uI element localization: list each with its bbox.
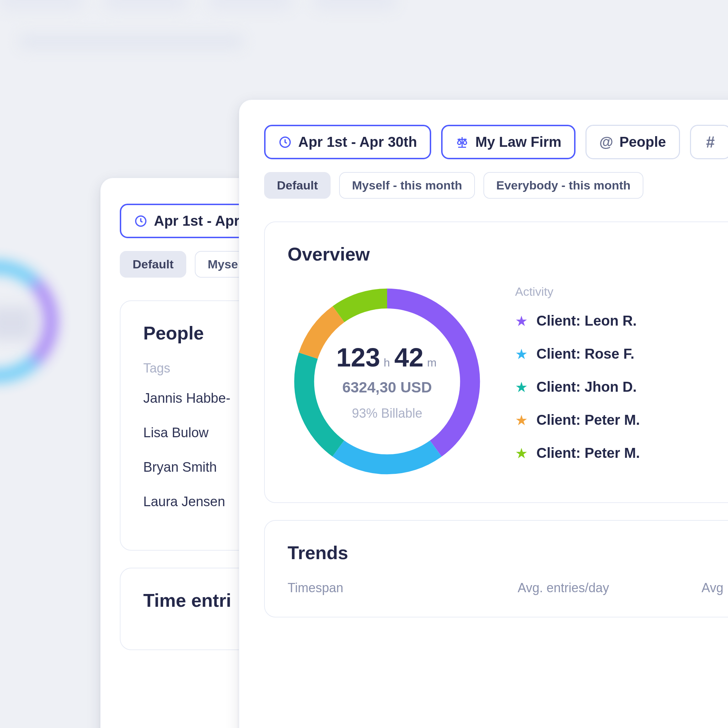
clock-icon (134, 214, 147, 228)
avg-entries-label: Avg. entries/day (518, 581, 609, 595)
date-range-label: Apr 1st - Apr 30th (298, 134, 417, 150)
filter-row: Apr 1st - Apr 30th My Law Firm @ People … (264, 125, 728, 159)
overview-panel: Overview 123 h 42 m (264, 222, 728, 503)
preset-default[interactable]: Default (264, 172, 330, 199)
preset-row: Default Myself - this month Everybody - … (264, 172, 728, 199)
legend-item[interactable]: ★ Client: Peter M. (515, 445, 723, 461)
legend-item[interactable]: ★ Client: Peter M. (515, 412, 723, 428)
star-icon: ★ (515, 446, 528, 460)
billable-percent: 93% Billable (336, 406, 438, 421)
firm-label: My Law Firm (475, 134, 561, 150)
hash-icon: # (704, 135, 717, 149)
timespan-label: Timespan (288, 581, 343, 595)
activity-label: Activity (515, 285, 723, 298)
legend-label: Client: Leon R. (537, 313, 637, 329)
preset-default[interactable]: Default (120, 251, 186, 278)
date-range-chip[interactable]: Apr 1st - Apr 30th (264, 125, 431, 159)
total-amount: 6324,30 USD (336, 379, 438, 396)
minutes-unit: m (427, 356, 436, 369)
tags-chip[interactable]: # (690, 125, 728, 159)
legend-label: Client: Peter M. (537, 412, 640, 428)
legend-label: Client: Peter M. (537, 445, 640, 461)
trends-title: Trends (288, 542, 723, 563)
people-label: People (619, 134, 666, 150)
activity-legend: Activity ★ Client: Leon R. ★ Client: Ros… (515, 285, 723, 478)
legend-item[interactable]: ★ Client: Jhon D. (515, 379, 723, 395)
people-chip[interactable]: @ People (586, 125, 680, 159)
star-icon: ★ (515, 347, 528, 361)
activity-donut-chart: 123 h 42 m 6324,30 USD 93% Billable (288, 282, 486, 481)
legend-label: Client: Jhon D. (537, 379, 637, 395)
overview-title: Overview (288, 243, 723, 265)
date-range-label: Apr 1st - Apr (154, 213, 240, 229)
preset-myself[interactable]: Myself - this month (339, 172, 475, 199)
hours-value: 123 (336, 342, 380, 373)
at-icon: @ (600, 135, 613, 149)
primary-dashboard-card: Apr 1st - Apr 30th My Law Firm @ People … (239, 99, 728, 728)
legend-item[interactable]: ★ Client: Rose F. (515, 346, 723, 362)
trends-panel: Trends Timespan Avg. entries/day Avg (264, 520, 728, 618)
scales-icon (455, 135, 469, 149)
avg-label: Avg (702, 581, 723, 595)
total-time: 123 h 42 m (336, 342, 438, 373)
minutes-value: 42 (394, 342, 424, 373)
star-icon: ★ (515, 380, 528, 394)
date-range-chip[interactable]: Apr 1st - Apr (120, 204, 254, 238)
preset-everybody[interactable]: Everybody - this month (483, 172, 643, 199)
clock-icon (278, 135, 292, 149)
firm-chip[interactable]: My Law Firm (441, 125, 575, 159)
star-icon: ★ (515, 413, 528, 427)
hours-unit: h (384, 356, 390, 369)
legend-label: Client: Rose F. (537, 346, 635, 362)
legend-item[interactable]: ★ Client: Leon R. (515, 313, 723, 329)
star-icon: ★ (515, 314, 528, 328)
